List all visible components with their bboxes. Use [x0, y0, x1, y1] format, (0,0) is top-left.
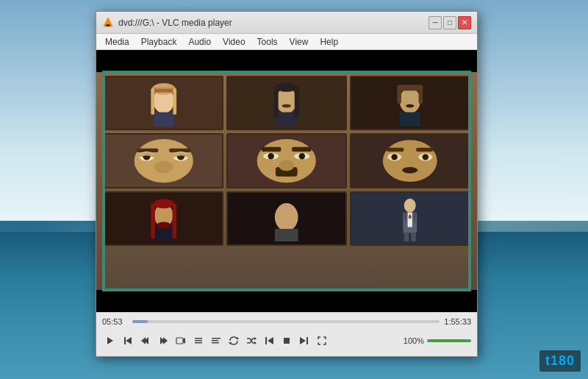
svg-point-14	[276, 82, 297, 92]
svg-marker-66	[126, 337, 132, 344]
playlist-icon	[211, 336, 221, 346]
stop-button[interactable]	[279, 333, 295, 349]
svg-point-46	[422, 154, 428, 160]
svg-rect-77	[212, 340, 218, 341]
svg-point-21	[406, 104, 414, 107]
svg-point-52	[153, 199, 173, 209]
menu-media[interactable]: Media	[99, 35, 135, 49]
progress-fill	[132, 320, 148, 323]
svg-marker-81	[254, 337, 257, 340]
face-panel-9	[350, 191, 470, 246]
record-icon	[176, 336, 186, 346]
face-panel-1	[104, 76, 223, 130]
face-panel-2	[226, 76, 346, 130]
extended-icon	[193, 336, 204, 346]
face-panel-5	[226, 133, 346, 188]
vlc-app-icon	[102, 17, 114, 29]
record-button[interactable]	[173, 333, 189, 349]
svg-rect-12	[274, 85, 279, 118]
volume-section: 100%	[404, 336, 471, 345]
character-5-closeup-svg	[240, 138, 333, 184]
svg-marker-68	[141, 337, 146, 344]
playlist-button[interactable]	[208, 333, 224, 349]
shuffle-icon	[246, 336, 257, 346]
svg-rect-65	[124, 337, 126, 344]
svg-rect-86	[306, 337, 308, 344]
svg-rect-1	[106, 24, 110, 26]
vlc-window: dvd:///G:\ - VLC media player ─ □ ✕ Medi…	[96, 11, 478, 357]
close-button[interactable]: ✕	[458, 16, 471, 29]
svg-rect-71	[176, 338, 183, 344]
extended-button[interactable]	[190, 333, 207, 349]
menu-view[interactable]: View	[284, 35, 315, 49]
svg-point-16	[399, 88, 420, 113]
svg-rect-74	[195, 340, 202, 341]
face-panel-4	[104, 133, 223, 188]
svg-point-29	[154, 160, 173, 173]
svg-rect-2	[107, 26, 110, 26]
progress-bar[interactable]	[132, 320, 440, 323]
maximize-button[interactable]: □	[443, 16, 456, 29]
svg-marker-82	[254, 341, 257, 344]
svg-rect-20	[418, 85, 423, 103]
svg-rect-9	[173, 88, 176, 115]
face-panel-7	[104, 191, 223, 246]
shuffle-button[interactable]	[243, 333, 259, 349]
svg-marker-84	[268, 337, 273, 344]
character-9-suit-svg	[363, 195, 456, 241]
svg-rect-83	[265, 337, 267, 344]
face-panel-8	[226, 191, 346, 246]
loop-icon	[229, 336, 239, 346]
prev-chapter-button[interactable]	[120, 333, 136, 349]
character-2-svg	[240, 80, 333, 127]
svg-rect-51	[173, 204, 177, 238]
svg-rect-73	[195, 338, 202, 339]
fullscreen-button[interactable]	[314, 333, 330, 349]
svg-rect-63	[411, 233, 415, 242]
prev-chapter-icon	[123, 336, 133, 346]
svg-rect-32	[292, 147, 311, 152]
svg-point-47	[402, 167, 417, 173]
character-1-svg	[117, 80, 210, 127]
character-3-svg	[363, 80, 456, 127]
svg-marker-87	[300, 337, 306, 344]
character-4-closeup-svg	[117, 138, 210, 184]
video-content	[96, 72, 477, 290]
svg-rect-31	[262, 147, 281, 152]
menu-help[interactable]: Help	[314, 35, 344, 49]
video-letterbox-bottom	[96, 290, 477, 312]
next-frame-icon	[158, 336, 168, 346]
svg-rect-11	[276, 112, 297, 127]
svg-point-40	[382, 140, 437, 182]
svg-rect-55	[275, 229, 298, 241]
next-frame-button[interactable]	[155, 333, 171, 349]
character-8-svg	[240, 195, 333, 241]
svg-rect-42	[416, 148, 433, 152]
menu-audio[interactable]: Audio	[182, 35, 217, 49]
character-6-closeup-svg	[363, 138, 456, 184]
prev-frame-icon	[140, 336, 151, 346]
svg-rect-85	[284, 338, 290, 344]
svg-marker-70	[163, 337, 168, 344]
play-icon	[105, 336, 115, 346]
svg-rect-62	[404, 233, 408, 242]
current-time: 05:53	[102, 317, 128, 326]
menu-playback[interactable]: Playback	[135, 35, 183, 49]
prev-media-button[interactable]	[261, 333, 277, 349]
volume-slider[interactable]	[427, 339, 471, 342]
svg-marker-64	[107, 337, 113, 344]
svg-point-54	[275, 203, 298, 231]
svg-rect-76	[212, 338, 220, 339]
menu-bar: Media Playback Audio Video Tools View He…	[96, 34, 477, 50]
next-media-button[interactable]	[296, 333, 312, 349]
play-pause-button[interactable]	[102, 333, 118, 349]
minimize-button[interactable]: ─	[429, 16, 442, 29]
svg-rect-78	[212, 342, 219, 344]
prev-frame-button[interactable]	[137, 333, 154, 349]
svg-rect-50	[151, 204, 155, 238]
loop-button[interactable]	[226, 333, 242, 349]
prev-media-icon	[264, 336, 274, 346]
stop-icon	[282, 336, 292, 346]
menu-video[interactable]: Video	[217, 35, 251, 49]
menu-tools[interactable]: Tools	[251, 35, 284, 49]
